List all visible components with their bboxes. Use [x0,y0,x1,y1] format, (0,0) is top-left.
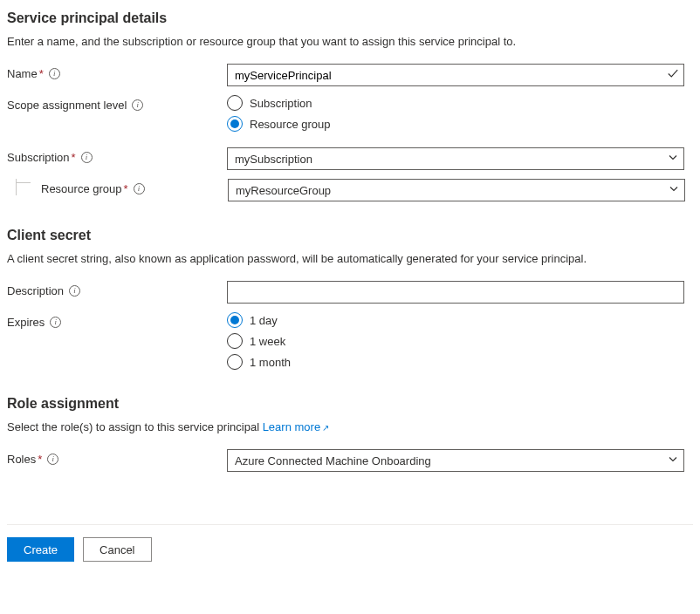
expires-radio-week-label: 1 week [250,335,285,348]
name-field-col [227,64,684,86]
info-icon[interactable]: i [50,317,61,328]
learn-more-text: Learn more [263,420,320,433]
description-row: Description i [7,281,693,304]
scope-field-col: Subscription Resource group [227,95,684,132]
roles-dropdown[interactable]: Azure Connected Machine Onboarding [227,449,684,472]
subscription-value: mySubscription [235,153,312,166]
radio-icon [227,354,243,370]
description-label-col: Description i [7,281,227,297]
scope-row: Scope assignment level i Subscription Re… [7,95,693,132]
role-assignment-description: Select the role(s) to assign to this ser… [7,420,693,433]
name-row: Name * i [7,64,693,86]
resource-group-row: Resource group * i myResourceGroup [7,179,693,201]
name-input-wrap [227,64,684,86]
client-secret-description: A client secret string, also known as ap… [7,252,693,265]
resource-group-dropdown[interactable]: myResourceGroup [228,179,685,201]
chevron-down-icon [668,153,678,166]
scope-label: Scope assignment level [7,99,127,112]
subscription-dropdown[interactable]: mySubscription [227,147,684,170]
footer-buttons: Create Cancel [7,537,693,562]
create-button[interactable]: Create [7,537,74,562]
scope-radio-subscription[interactable]: Subscription [227,95,684,111]
resource-group-label-col: Resource group * i [41,179,228,195]
expires-radio-day-label: 1 day [250,314,278,327]
roles-field-col: Azure Connected Machine Onboarding [227,449,684,472]
learn-more-link[interactable]: Learn more↗ [263,420,329,433]
sp-details-heading: Service principal details [7,10,693,26]
required-star: * [72,151,76,164]
role-assignment-heading: Role assignment [7,396,693,412]
radio-icon [227,312,243,328]
required-star: * [124,182,128,195]
expires-radio-day[interactable]: 1 day [227,312,684,328]
info-icon[interactable]: i [69,285,80,297]
expires-label: Expires [7,316,45,329]
subscription-row: Subscription * i mySubscription [7,147,693,170]
resource-group-field-col: myResourceGroup [228,179,685,201]
expires-radio-week[interactable]: 1 week [227,333,684,349]
info-icon[interactable]: i [132,99,143,111]
info-icon[interactable]: i [134,183,145,194]
expires-label-col: Expires i [7,312,227,329]
subscription-field-col: mySubscription [227,147,684,170]
description-field-col [227,281,684,304]
name-input[interactable] [227,64,684,86]
subscription-label: Subscription [7,151,70,164]
footer-separator [7,524,693,525]
info-icon[interactable]: i [49,68,60,79]
description-input[interactable] [227,281,684,304]
sp-details-description: Enter a name, and the subscription or re… [7,35,693,48]
info-icon[interactable]: i [47,454,58,465]
scope-radio-group: Subscription Resource group [227,95,684,132]
description-label: Description [7,284,64,297]
info-icon[interactable]: i [81,152,93,163]
resource-group-label: Resource group [41,182,122,195]
expires-field-col: 1 day 1 week 1 month [227,312,684,370]
scope-radio-resource-group-label: Resource group [250,118,331,131]
roles-row: Roles * i Azure Connected Machine Onboar… [7,449,693,472]
chevron-down-icon [669,184,679,197]
client-secret-heading: Client secret [7,228,693,243]
role-assignment-desc-text: Select the role(s) to assign to this ser… [7,420,263,433]
radio-icon [227,333,243,349]
required-star: * [38,453,42,466]
resource-group-value: myResourceGroup [236,184,331,197]
chevron-down-icon [668,454,678,467]
scope-label-col: Scope assignment level i [7,95,227,112]
radio-icon [227,116,243,132]
external-link-icon: ↗ [322,423,329,433]
roles-label-col: Roles * i [7,449,227,466]
cancel-button[interactable]: Cancel [83,537,151,562]
scope-radio-resource-group[interactable]: Resource group [227,116,684,132]
expires-radio-month[interactable]: 1 month [227,354,684,370]
name-label: Name [7,67,38,80]
roles-value: Azure Connected Machine Onboarding [235,454,431,467]
expires-radio-month-label: 1 month [250,356,291,369]
roles-label: Roles [7,453,36,466]
radio-icon [227,95,243,111]
expires-row: Expires i 1 day 1 week 1 month [7,312,693,370]
scope-radio-subscription-label: Subscription [250,97,312,110]
required-star: * [39,67,44,80]
name-label-col: Name * i [7,64,227,80]
subscription-label-col: Subscription * i [7,147,227,164]
tree-connector: Resource group * i [16,179,228,195]
expires-radio-group: 1 day 1 week 1 month [227,312,684,370]
